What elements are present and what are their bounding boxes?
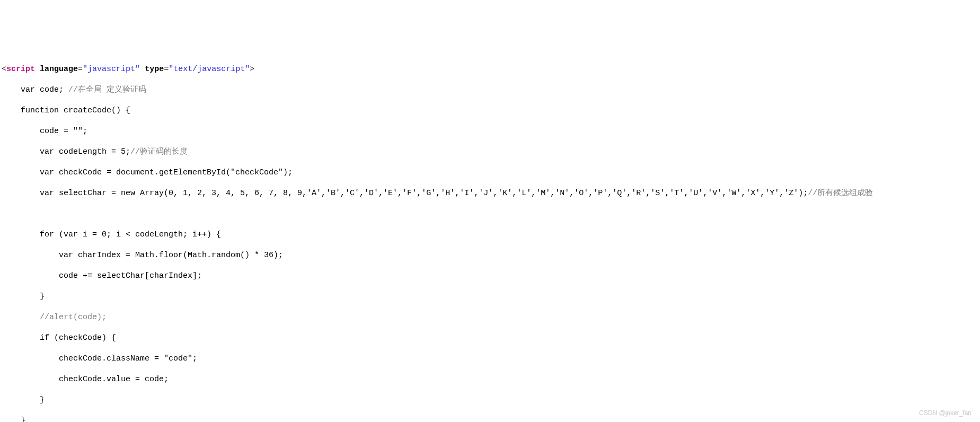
code-line: function createCode() { (0, 106, 980, 116)
code-line: var codeLength = 5;//验证码的长度 (0, 147, 980, 157)
attr-eq: = (78, 65, 83, 74)
code-line: var selectChar = new Array(0, 1, 2, 3, 4… (0, 188, 980, 199)
code-block: <script language="javascript" type="text… (0, 52, 980, 423)
code-comment: //所有候选组成验 (808, 189, 873, 198)
code-line: } (0, 416, 980, 422)
code-line: if (checkCode) { (0, 333, 980, 344)
code-line: //alert(code); (0, 312, 980, 323)
code-line: <script language="javascript" type="text… (0, 64, 980, 75)
attr-language-name: language (40, 65, 78, 74)
attr-type-value: "text/javascript" (169, 65, 250, 74)
code-line: checkCode.className = "code"; (0, 354, 980, 364)
tag-open-bracket: < (2, 65, 6, 74)
code-line: var code; //在全局 定义验证码 (0, 85, 980, 95)
code-text: var code; (2, 85, 68, 94)
code-text: var selectChar = new Array(0, 1, 2, 3, 4… (2, 189, 808, 198)
code-line: checkCode.value = code; (0, 374, 980, 385)
tag-name: script (6, 65, 35, 74)
code-line: } (0, 395, 980, 406)
code-line: code += selectChar[charIndex]; (0, 271, 980, 282)
tag-close-bracket: > (250, 65, 254, 74)
code-line (0, 209, 980, 219)
attr-eq: = (164, 65, 169, 74)
attr-language-value: "javascript" (83, 65, 140, 74)
code-line: var charIndex = Math.floor(Math.random()… (0, 250, 980, 261)
code-line: for (var i = 0; i < codeLength; i++) { (0, 230, 980, 240)
code-text: var codeLength = 5; (2, 147, 130, 156)
code-comment: //验证码的长度 (130, 147, 188, 156)
attr-type-name: type (145, 65, 164, 74)
code-line: code = ""; (0, 126, 980, 137)
code-line: } (0, 292, 980, 302)
code-comment: //在全局 定义验证码 (68, 85, 146, 94)
code-line: var checkCode = document.getElementById(… (0, 168, 980, 178)
